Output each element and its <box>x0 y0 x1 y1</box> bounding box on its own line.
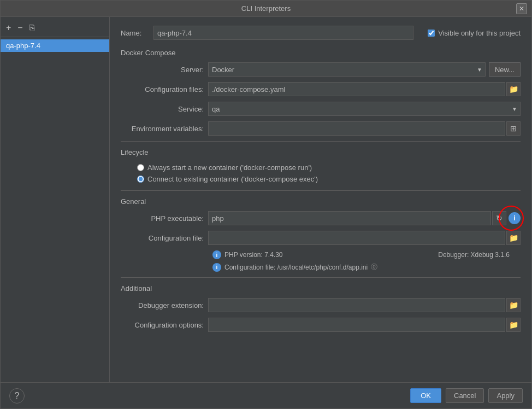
config-file-browse-button[interactable]: 📁 <box>506 231 521 245</box>
config-files-browse-button[interactable]: 📁 <box>506 82 521 96</box>
docker-compose-section: Docker Compose Server: Docker ▼ New... C… <box>121 49 521 136</box>
env-vars-row: Environment variables: ⊞ <box>121 121 521 136</box>
debugger-ext-label: Debugger extension: <box>121 301 208 309</box>
config-files-row: Configuration files: 📁 <box>121 82 521 96</box>
config-options-input-group: 📁 <box>208 318 521 332</box>
dialog-footer: ? OK Cancel Apply <box>1 382 531 408</box>
config-options-browse-button[interactable]: 📁 <box>506 318 521 332</box>
env-vars-browse-button[interactable]: ⊞ <box>506 121 521 136</box>
server-select-wrapper: Docker ▼ <box>208 62 486 77</box>
additional-title: Additional <box>121 284 521 293</box>
close-button[interactable]: ✕ <box>516 3 527 14</box>
config-files-input[interactable] <box>208 82 505 96</box>
help-button[interactable]: ? <box>9 388 25 404</box>
debugger-ext-folder-icon: 📁 <box>509 301 518 309</box>
lifecycle-radio1-label: Always start a new container ('docker-co… <box>147 163 312 172</box>
new-server-button[interactable]: New... <box>489 62 521 77</box>
config-options-folder-icon: 📁 <box>509 320 518 329</box>
footer-right: OK Cancel Apply <box>410 388 523 403</box>
apply-button[interactable]: Apply <box>488 388 523 403</box>
visible-only-label: Visible only for this project <box>438 29 521 37</box>
lifecycle-radio1-row: Always start a new container ('docker-co… <box>121 162 521 173</box>
main-content: Name: Visible only for this project Dock… <box>110 17 531 382</box>
copy-interpreter-button[interactable]: ⎘ <box>27 22 37 33</box>
service-select-wrapper: qa ▼ <box>208 102 521 116</box>
sidebar: + − ⎘ qa-php-7.4 <box>1 17 110 382</box>
php-version-text: PHP version: 7.4.30 <box>224 251 283 259</box>
name-input[interactable] <box>153 26 413 40</box>
service-row: Service: qa ▼ <box>121 102 521 116</box>
config-files-input-group: 📁 <box>208 82 521 96</box>
lifecycle-section: Lifecycle Always start a new container (… <box>121 141 521 185</box>
config-files-label: Configuration files: <box>121 85 208 94</box>
lifecycle-radio2-label: Connect to existing container ('docker-c… <box>147 175 318 183</box>
env-vars-input[interactable] <box>208 121 505 136</box>
dialog-title: CLI Interpreters <box>241 4 291 13</box>
docker-compose-title: Docker Compose <box>121 49 521 57</box>
dialog-body: + − ⎘ qa-php-7.4 Name: Visible only for … <box>1 17 531 382</box>
sidebar-item-qa-php[interactable]: qa-php-7.4 <box>1 39 109 52</box>
env-vars-icon: ⊞ <box>510 124 517 133</box>
php-exe-row: PHP executable: ↻ i <box>121 211 521 225</box>
env-vars-input-group: ⊞ <box>208 121 521 136</box>
config-file-folder-icon: 📁 <box>509 233 518 242</box>
env-vars-label: Environment variables: <box>121 125 208 133</box>
php-exe-label: PHP executable: <box>121 214 208 223</box>
debugger-ext-input[interactable] <box>208 298 505 312</box>
php-exe-input[interactable] <box>208 211 491 225</box>
lifecycle-title: Lifecycle <box>121 148 521 156</box>
config-options-label: Configuration options: <box>121 321 208 329</box>
config-file-row: Configuration file: 📁 <box>121 231 521 245</box>
php-exe-info-button[interactable]: i <box>509 212 521 224</box>
debugger-ext-input-group: 📁 <box>208 298 521 312</box>
lifecycle-radio2-row: Connect to existing container ('docker-c… <box>121 173 521 185</box>
server-row: Server: Docker ▼ New... <box>121 62 521 77</box>
info-icon: i <box>513 214 515 222</box>
footer-left: ? <box>9 388 410 404</box>
service-select[interactable]: qa <box>208 102 521 116</box>
server-select[interactable]: Docker <box>208 62 486 77</box>
name-label: Name: <box>121 29 148 37</box>
lifecycle-radio2[interactable] <box>137 176 144 183</box>
add-interpreter-button[interactable]: + <box>4 22 13 33</box>
debugger-text: Debugger: Xdebug 3.1.6 <box>438 251 521 259</box>
sidebar-toolbar: + − ⎘ <box>1 20 109 37</box>
service-label: Service: <box>121 105 208 113</box>
debugger-ext-row: Debugger extension: 📁 <box>121 298 521 312</box>
config-options-input[interactable] <box>208 318 505 332</box>
additional-section: Additional Debugger extension: 📁 Configu… <box>121 277 521 332</box>
config-file-info-icon: i <box>212 263 221 272</box>
cli-interpreters-dialog: CLI Interpreters ✕ + − ⎘ qa-php-7.4 Name… <box>0 0 532 409</box>
visible-only-checkbox[interactable] <box>428 30 435 37</box>
lifecycle-radio1[interactable] <box>137 164 144 171</box>
config-file-label: Configuration file: <box>121 234 208 242</box>
config-file-info-text: Configuration file: /usr/local/etc/php/c… <box>224 264 368 271</box>
visible-checkbox-row: Visible only for this project <box>428 29 521 37</box>
php-exe-input-group: ↻ i <box>208 211 521 225</box>
php-version-info-icon: i <box>212 250 221 259</box>
cancel-button[interactable]: Cancel <box>446 388 484 403</box>
title-bar: CLI Interpreters ✕ <box>1 1 531 17</box>
name-row: Name: Visible only for this project <box>121 26 521 40</box>
folder-icon: 📁 <box>509 85 518 94</box>
close-icon: ✕ <box>519 5 524 13</box>
ok-button[interactable]: OK <box>410 388 441 403</box>
debugger-ext-browse-button[interactable]: 📁 <box>506 298 521 312</box>
config-file-input-group: 📁 <box>208 231 521 245</box>
server-label: Server: <box>121 66 208 74</box>
php-exe-refresh-button[interactable]: ↻ <box>492 211 506 225</box>
refresh-icon: ↻ <box>496 214 503 223</box>
general-section: General PHP executable: ↻ i <box>121 190 521 272</box>
config-file-input[interactable] <box>208 231 505 245</box>
remove-interpreter-button[interactable]: − <box>15 22 25 33</box>
config-options-row: Configuration options: 📁 <box>121 318 521 332</box>
sidebar-item-label: qa-php-7.4 <box>6 42 40 50</box>
config-file-help-icon[interactable]: ⓪ <box>371 262 377 272</box>
general-title: General <box>121 197 521 206</box>
